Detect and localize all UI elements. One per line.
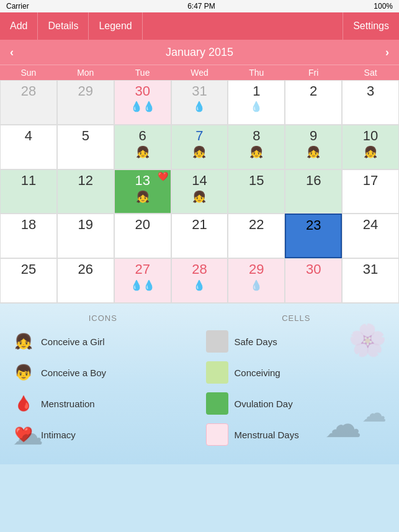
menstruation-icon: 💧💧 xyxy=(130,101,155,112)
table-row[interactable]: 22 xyxy=(228,214,285,258)
conceive-girl-icon: 👧 xyxy=(192,145,206,159)
menstrual-days-label: Menstrual Days xyxy=(235,430,299,440)
table-row[interactable]: 9 👧 xyxy=(285,125,342,169)
table-row[interactable]: 16 xyxy=(285,169,342,214)
carrier-label: Carrier xyxy=(6,2,29,11)
battery-label: 100% xyxy=(374,2,393,11)
calendar-grid: 28 29 30 💧💧 31 💧 1 💧 2 3 4 5 6 👧 7 👧 8 👧… xyxy=(0,80,399,304)
menstruation-icon: 💧💧 xyxy=(130,279,155,291)
time-label: 6:47 PM xyxy=(187,2,215,11)
menstruation-outline-icon: 💧 xyxy=(250,101,262,112)
table-row[interactable]: 1 💧 xyxy=(228,80,285,125)
table-row[interactable]: 31 xyxy=(342,258,399,303)
ovulation-label: Ovulation Day xyxy=(235,399,293,409)
month-title: January 2015 xyxy=(166,46,233,59)
safe-days-label: Safe Days xyxy=(235,336,277,347)
conceive-boy-legend-icon: 👦 xyxy=(12,361,35,384)
conceive-girl-label: Conceive a Girl xyxy=(41,336,105,347)
table-row[interactable]: 26 xyxy=(57,258,114,303)
menstruation-label: Menstruation xyxy=(41,399,95,409)
top-navigation: Add Details Legend Settings xyxy=(0,12,399,40)
table-row[interactable]: 28 xyxy=(0,80,57,125)
table-row[interactable]: 2 xyxy=(285,80,342,125)
table-row[interactable]: 12 xyxy=(57,169,114,214)
table-row[interactable]: 6 👧 xyxy=(114,125,171,169)
menstruation-icon: 💧 xyxy=(193,101,205,112)
conceive-boy-label: Conceive a Boy xyxy=(41,367,106,378)
table-row[interactable]: 20 xyxy=(114,214,171,258)
table-row[interactable]: 31 💧 xyxy=(171,80,228,125)
legend-item-girl: 👧 Conceive a Girl xyxy=(12,330,194,353)
intimacy-label: Intimacy xyxy=(41,430,76,440)
table-row[interactable]: 21 xyxy=(171,214,228,258)
table-row[interactable]: 14 👧 xyxy=(171,169,228,214)
today-cell[interactable]: 23 xyxy=(285,214,342,258)
table-row[interactable]: 27 💧💧 xyxy=(114,258,171,303)
conceive-girl-icon: 👧 xyxy=(136,190,150,204)
table-row[interactable]: 17 xyxy=(342,169,399,214)
table-row[interactable]: 7 👧 xyxy=(171,125,228,169)
menstrual-days-box xyxy=(206,423,228,446)
month-header: ‹ January 2015 › xyxy=(0,40,399,65)
table-row[interactable]: 25 xyxy=(0,258,57,303)
table-row[interactable]: 8 👧 xyxy=(228,125,285,169)
day-header-tue: Tue xyxy=(114,65,171,80)
table-row[interactable]: 11 xyxy=(0,169,57,214)
menstruation-outline-icon: 💧 xyxy=(250,279,262,291)
table-row[interactable]: 29 💧 xyxy=(228,258,285,303)
conceive-girl-icon: 👧 xyxy=(307,145,320,159)
decorative-cloud2: ☁ xyxy=(12,416,43,452)
decorative-cloud: ☁ xyxy=(325,402,362,446)
table-row[interactable]: 30 💧💧 xyxy=(114,80,171,125)
table-row[interactable]: 30 xyxy=(285,258,342,303)
legend-item-conceiving: Conceiving xyxy=(206,361,387,384)
add-button[interactable]: Add xyxy=(0,12,38,40)
cells-column-title: CELLS xyxy=(206,313,387,323)
table-row[interactable]: 4 xyxy=(0,125,57,169)
legend-button[interactable]: Legend xyxy=(89,12,142,40)
table-row[interactable]: 19 xyxy=(57,214,114,258)
conceive-girl-legend-icon: 👧 xyxy=(12,330,35,353)
table-row[interactable]: 24 xyxy=(342,214,399,258)
conceive-girl-icon: 👧 xyxy=(136,145,150,159)
prev-month-button[interactable]: ‹ xyxy=(10,46,14,59)
day-header-thu: Thu xyxy=(228,65,285,80)
conceiving-label: Conceiving xyxy=(235,367,280,378)
menstruation-legend-icon: 🩸 xyxy=(12,392,35,415)
day-headers: Sun Mon Tue Wed Thu Fri Sat xyxy=(0,65,399,80)
ovulation-box xyxy=(206,392,228,415)
table-row[interactable]: 28 💧 xyxy=(171,258,228,303)
day-header-sun: Sun xyxy=(0,65,57,80)
conceive-girl-icon: 👧 xyxy=(192,190,206,204)
next-month-button[interactable]: › xyxy=(385,46,389,59)
menstruation-icon: 💧 xyxy=(193,279,205,291)
legend-item-menstruation: 🩸 Menstruation xyxy=(12,392,194,415)
table-row[interactable]: 3 xyxy=(342,80,399,125)
status-bar: Carrier 6:47 PM 100% xyxy=(0,0,399,12)
table-row[interactable]: 15 xyxy=(228,169,285,214)
conceive-girl-icon: 👧 xyxy=(364,145,377,159)
decorative-cloud3: ☁ xyxy=(362,399,387,427)
table-row[interactable]: 5 xyxy=(57,125,114,169)
details-button[interactable]: Details xyxy=(38,12,89,40)
day-header-mon: Mon xyxy=(57,65,114,80)
settings-button[interactable]: Settings xyxy=(343,12,399,40)
table-row[interactable]: 10 👧 xyxy=(342,125,399,169)
icons-column-title: ICONS xyxy=(12,313,194,323)
decorative-blossoms: 🌸 xyxy=(348,322,387,358)
legend-section: ICONS 👧 Conceive a Girl 👦 Conceive a Boy… xyxy=(0,304,399,464)
day-header-fri: Fri xyxy=(285,65,342,80)
legend-item-boy: 👦 Conceive a Boy xyxy=(12,361,194,384)
safe-days-box xyxy=(206,330,228,353)
conceiving-box xyxy=(206,361,228,384)
table-row[interactable]: 29 xyxy=(57,80,114,125)
day-header-sat: Sat xyxy=(342,65,399,80)
table-row[interactable]: ❤️ 13 👧 xyxy=(114,169,171,214)
table-row[interactable]: 18 xyxy=(0,214,57,258)
day-header-wed: Wed xyxy=(171,65,228,80)
conceive-girl-icon: 👧 xyxy=(249,145,263,159)
